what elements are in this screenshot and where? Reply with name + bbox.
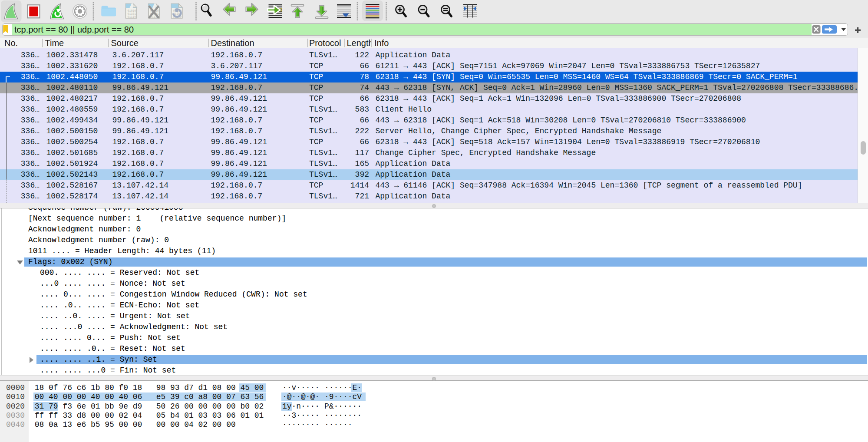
svg-text:01010: 01010 (128, 10, 136, 13)
svg-text:01101: 01101 (128, 13, 136, 16)
svg-text:01110: 01110 (128, 16, 136, 19)
